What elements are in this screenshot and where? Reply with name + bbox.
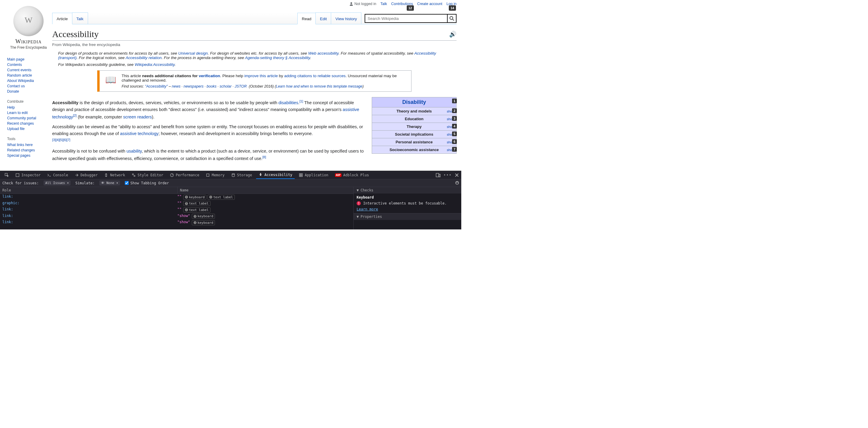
ref-2[interactable]: [2] <box>73 114 76 117</box>
link-src-books[interactable]: books <box>207 84 216 88</box>
dt-tab-application[interactable]: Application <box>297 171 331 179</box>
nav-contents[interactable]: Contents <box>7 63 22 67</box>
dt-tab-inspector[interactable]: Inspector <box>13 171 43 179</box>
nav-what-links[interactable]: What links here <box>7 143 33 147</box>
link-improve-article[interactable]: improve this article <box>244 74 278 78</box>
link-assistive-tech-2[interactable]: assistive technology <box>120 131 159 136</box>
nav-upload-file[interactable]: Upload file <box>7 127 25 131</box>
search-button[interactable] <box>447 14 457 23</box>
dt-tab-adblock[interactable]: ABPAdblock Plus <box>333 171 371 179</box>
wikipedia-globe-icon <box>13 6 43 36</box>
responsive-icon[interactable] <box>436 173 440 177</box>
user-icon <box>349 2 353 6</box>
tab-article[interactable]: Article <box>52 13 72 24</box>
logo-wordmark: Wikipedia <box>7 38 50 45</box>
infobox-row-education[interactable]: Educationshow3 <box>372 115 456 122</box>
close-icon[interactable] <box>455 173 459 177</box>
link-accessibility-relation[interactable]: Accessibility relation <box>126 56 162 60</box>
link-src-newspapers[interactable]: newspapers <box>184 84 204 88</box>
link-src-news[interactable]: news <box>172 84 181 88</box>
col-role: Role <box>0 187 177 194</box>
issues-select[interactable]: All Issues ▾ <box>43 180 70 186</box>
svg-point-8 <box>260 173 261 174</box>
tree-row[interactable]: link:"show"ikeyboard <box>0 219 353 226</box>
citation-needed-box: 📖 This article needs additional citation… <box>97 70 411 92</box>
nav-learn-edit[interactable]: Learn to edit <box>7 111 28 115</box>
link-remove-template[interactable]: Learn how and when to remove this templa… <box>276 84 363 88</box>
sound-icon[interactable]: 🔊 <box>449 31 457 38</box>
dt-tab-performance[interactable]: Performance <box>167 171 202 179</box>
infobox-row-socioeconomic[interactable]: Socioeconomic assistanceshow7 <box>372 146 456 153</box>
link-universal-design[interactable]: Universal design <box>178 51 208 56</box>
search-input[interactable] <box>365 14 447 23</box>
dt-tab-console[interactable]: Console <box>45 171 70 179</box>
infobox-row-personal[interactable]: Personal assistanceshow6 <box>372 138 456 146</box>
tab-talk[interactable]: Talk <box>72 12 88 24</box>
link-agenda-setting[interactable]: Agenda-setting theory § Accessibility <box>245 56 310 60</box>
kebab-icon[interactable]: ••• <box>443 173 452 177</box>
logo[interactable]: Wikipedia The Free Encyclopedia <box>7 2 50 51</box>
nav-main-page[interactable]: Main page <box>7 57 24 61</box>
nav-special-pages[interactable]: Special pages <box>7 153 31 158</box>
ref-1[interactable]: [1] <box>300 99 303 103</box>
link-adding-citations[interactable]: adding citations to reliable sources <box>284 74 346 78</box>
dt-tab-debugger[interactable]: Debugger <box>72 171 100 179</box>
nav-donate[interactable]: Donate <box>7 89 19 93</box>
nav-help[interactable]: Help <box>7 105 15 110</box>
ref-8[interactable]: [8] <box>262 155 266 159</box>
link-src-jstor[interactable]: JSTOR <box>235 84 247 88</box>
svg-line-2 <box>453 19 454 21</box>
nav-related-changes[interactable]: Related changes <box>7 148 35 152</box>
personal-create-account[interactable]: Create account <box>417 2 442 6</box>
dt-tab-network[interactable]: Network <box>102 171 127 179</box>
gear-icon[interactable] <box>455 181 460 186</box>
nav-random[interactable]: Random article <box>7 73 32 78</box>
page-title: Accessibility <box>52 29 99 39</box>
tree-row[interactable]: link:""itext label <box>0 206 353 213</box>
personal-talk[interactable]: Talk <box>380 2 387 6</box>
link-web-accessibility[interactable]: Web accessibility <box>308 51 338 56</box>
nav-heading-contribute: Contribute <box>7 99 50 104</box>
warning-text: Interactive elements must be focusable. <box>363 201 447 205</box>
dt-pick-element[interactable] <box>2 171 11 179</box>
tabbing-order-checkbox[interactable]: Show Tabbing Order <box>125 181 169 185</box>
nav-current-events[interactable]: Current events <box>7 68 31 72</box>
infobox-row-theory[interactable]: Theory and modelsshow2 <box>372 107 456 115</box>
learn-more-link[interactable]: Learn more <box>356 207 378 211</box>
tab-history[interactable]: View history <box>331 12 361 24</box>
nav-heading-tools: Tools <box>7 137 50 141</box>
properties-header[interactable]: ▼ Properties <box>354 213 461 220</box>
link-wp-accessibility[interactable]: Wikipedia:Accessibility <box>134 62 175 67</box>
link-usability[interactable]: usability <box>127 149 142 153</box>
link-disabilities[interactable]: disabilities <box>278 100 298 105</box>
dt-tab-storage[interactable]: Storage <box>229 171 255 179</box>
tab-read[interactable]: Read <box>297 13 316 24</box>
devtools-panel: Inspector Console Debugger Network Style… <box>0 171 461 229</box>
tree-row[interactable]: graphic:""itext label <box>0 200 353 207</box>
infobox-row-therapy[interactable]: Therapyshow4 <box>372 122 456 130</box>
tab-order-badge-12: 12 <box>407 5 414 11</box>
paragraph-3: Accessibility is not to be confused with… <box>52 148 367 162</box>
nav-community-portal[interactable]: Community portal <box>7 116 36 120</box>
tab-edit[interactable]: Edit <box>315 12 331 24</box>
dt-tab-style-editor[interactable]: Style Editor <box>129 171 166 179</box>
link-src-accessibility[interactable]: "Accessibility" <box>145 84 168 88</box>
tab-badge-2: 2 <box>452 108 457 113</box>
tree-row[interactable]: link:"show"ikeyboard <box>0 213 353 220</box>
link-src-scholar[interactable]: scholar <box>220 84 231 88</box>
simulate-select[interactable]: 👁 None ▾ <box>99 180 120 186</box>
checks-header[interactable]: ▼ Checks <box>354 187 461 194</box>
tree-row[interactable]: link:""ikeyboarditext label <box>0 194 353 200</box>
infobox-row-societal[interactable]: Societal implicationsshow5 <box>372 130 456 138</box>
logo-tagline: The Free Encyclopedia <box>7 46 50 50</box>
dt-tab-accessibility[interactable]: Accessibility <box>256 171 295 179</box>
nav-about[interactable]: About Wikipedia <box>7 79 34 83</box>
refs-3-7[interactable]: [3][4][5][6][7] <box>52 138 70 142</box>
link-verification[interactable]: verification <box>199 74 220 78</box>
link-screen-readers[interactable]: screen readers <box>123 115 152 119</box>
nav-contact[interactable]: Contact us <box>7 84 25 88</box>
infobox-title[interactable]: Disability 1 <box>372 97 456 107</box>
dt-tab-memory[interactable]: Memory <box>204 171 227 179</box>
nav-recent-changes[interactable]: Recent changes <box>7 121 34 125</box>
book-question-icon: 📖 <box>104 74 117 85</box>
